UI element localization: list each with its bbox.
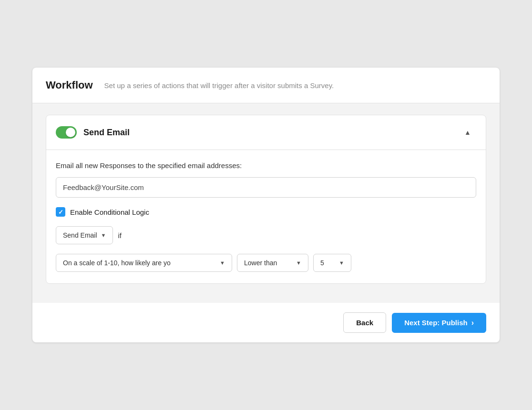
question-dropdown-arrow: ▼ xyxy=(220,260,225,266)
back-button[interactable]: Back xyxy=(343,312,386,333)
send-email-toggle[interactable] xyxy=(56,126,77,139)
send-email-title: Send Email xyxy=(83,128,130,138)
logic-row: Send Email ▼ if xyxy=(56,226,476,244)
if-text: if xyxy=(118,231,122,240)
toggle-knob xyxy=(66,128,75,137)
page-description: Set up a series of actions that will tri… xyxy=(104,81,334,90)
page-header: Workflow Set up a series of actions that… xyxy=(32,68,500,103)
question-dropdown[interactable]: On a scale of 1-10, how likely are yo ▼ xyxy=(56,254,232,272)
email-input[interactable] xyxy=(56,177,476,198)
action-dropdown-label: Send Email xyxy=(63,231,97,239)
action-dropdown[interactable]: Send Email ▼ xyxy=(56,226,113,244)
footer: Back Next Step: Publish › xyxy=(32,303,500,342)
value-dropdown-label: 5 xyxy=(320,259,335,267)
main-content: Send Email ▲ Email all new Responses to … xyxy=(32,103,500,303)
check-icon: ✓ xyxy=(58,209,63,216)
send-email-body: Email all new Responses to the specified… xyxy=(46,150,486,283)
condition-dropdown[interactable]: Lower than ▼ xyxy=(237,254,308,272)
conditional-logic-checkbox[interactable]: ✓ xyxy=(56,207,65,217)
conditional-logic-label: Enable Conditional Logic xyxy=(70,208,149,216)
value-dropdown-arrow: ▼ xyxy=(339,260,344,266)
condition-dropdown-label: Lower than xyxy=(244,259,292,267)
question-dropdown-label: On a scale of 1-10, how likely are yo xyxy=(63,259,216,267)
action-dropdown-arrow: ▼ xyxy=(101,232,106,238)
page-title: Workflow xyxy=(46,79,93,91)
next-button-label: Next Step: Publish xyxy=(404,319,468,327)
condition-dropdown-arrow: ▼ xyxy=(296,260,301,266)
condition-row: On a scale of 1-10, how likely are yo ▼ … xyxy=(56,254,476,272)
next-button[interactable]: Next Step: Publish › xyxy=(392,313,486,333)
collapse-button[interactable]: ▲ xyxy=(459,124,476,141)
value-dropdown[interactable]: 5 ▼ xyxy=(313,254,351,272)
send-email-card: Send Email ▲ Email all new Responses to … xyxy=(46,115,486,284)
chevron-right-icon: › xyxy=(471,319,474,327)
chevron-up-icon: ▲ xyxy=(464,129,471,136)
workflow-card: Workflow Set up a series of actions that… xyxy=(32,68,500,342)
body-description: Email all new Responses to the specified… xyxy=(56,161,476,170)
conditional-logic-row: ✓ Enable Conditional Logic xyxy=(56,207,476,217)
send-email-header: Send Email ▲ xyxy=(46,115,486,150)
send-email-left: Send Email xyxy=(56,126,130,139)
